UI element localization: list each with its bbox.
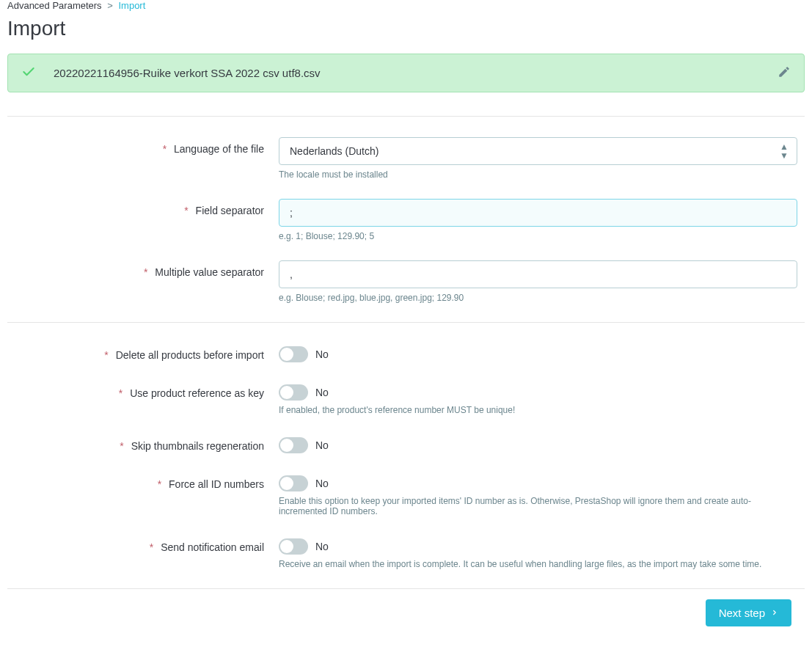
required-marker: * (150, 541, 153, 553)
toggle-force-ids[interactable] (279, 475, 308, 491)
toggle-state-delete-products: No (315, 348, 329, 360)
row-field-separator: * Field separator e.g. 1; Blouse; 129.90… (7, 199, 805, 241)
divider (7, 322, 805, 323)
label-skip-thumbnails: * Skip thumbnails regeneration (7, 434, 279, 452)
required-marker: * (120, 440, 123, 452)
toggle-send-email[interactable] (279, 538, 308, 555)
help-field-separator: e.g. 1; Blouse; 129.90; 5 (279, 231, 797, 241)
toggle-state-send-email: No (315, 541, 329, 552)
row-force-ids: * Force all ID numbers No Enable this op… (7, 472, 805, 516)
edit-icon[interactable] (778, 65, 791, 81)
row-delete-products: * Delete all products before import No (7, 343, 805, 362)
label-language: * Language of the file (7, 137, 279, 155)
row-multi-separator: * Multiple value separator e.g. Blouse; … (7, 260, 805, 303)
next-step-button[interactable]: Next step (706, 599, 791, 626)
required-marker: * (158, 478, 161, 490)
row-use-reference: * Use product reference as key No If ena… (7, 381, 805, 415)
required-marker: * (144, 266, 147, 278)
label-send-email: * Send notification email (7, 535, 279, 553)
row-send-email: * Send notification email No Receive an … (7, 535, 805, 569)
footer-bar: Next step (7, 588, 805, 637)
label-force-ids: * Force all ID numbers (7, 472, 279, 490)
help-send-email: Receive an email when the import is comp… (279, 559, 797, 569)
page-title: Import (0, 11, 812, 54)
toggle-delete-products[interactable] (279, 346, 308, 362)
toggle-state-force-ids: No (315, 478, 329, 489)
label-use-reference: * Use product reference as key (7, 381, 279, 399)
field-separator-input[interactable] (279, 199, 797, 227)
required-marker: * (163, 143, 167, 155)
file-name: 20220221164956-Ruike verkort SSA 2022 cs… (54, 67, 778, 79)
divider (7, 116, 805, 117)
language-select[interactable]: Nederlands (Dutch) (279, 137, 797, 165)
help-force-ids: Enable this option to keep your imported… (279, 496, 797, 516)
required-marker: * (119, 387, 122, 399)
file-success-banner: 20220221164956-Ruike verkort SSA 2022 cs… (7, 54, 805, 92)
toggle-skip-thumbnails[interactable] (279, 437, 308, 453)
label-multi-separator: * Multiple value separator (7, 260, 279, 278)
check-icon (21, 65, 36, 81)
toggle-use-reference[interactable] (279, 384, 308, 401)
required-marker: * (104, 349, 108, 361)
help-language: The locale must be installed (279, 169, 797, 180)
chevron-right-icon (771, 607, 778, 619)
toggle-state-skip-thumbnails: No (315, 439, 329, 451)
help-use-reference: If enabled, the product's reference numb… (279, 405, 797, 415)
breadcrumb-separator: > (107, 0, 113, 11)
label-field-separator: * Field separator (7, 199, 279, 216)
toggle-state-use-reference: No (315, 387, 329, 398)
help-multi-separator: e.g. Blouse; red.jpg, blue.jpg, green.jp… (279, 293, 797, 303)
breadcrumb: Advanced Parameters > Import (0, 0, 812, 11)
row-skip-thumbnails: * Skip thumbnails regeneration No (7, 434, 805, 453)
required-marker: * (184, 205, 188, 216)
breadcrumb-current[interactable]: Import (118, 0, 145, 11)
breadcrumb-parent[interactable]: Advanced Parameters (7, 0, 102, 11)
multi-separator-input[interactable] (279, 260, 797, 288)
row-language: * Language of the file Nederlands (Dutch… (7, 137, 805, 180)
label-delete-products: * Delete all products before import (7, 343, 279, 361)
